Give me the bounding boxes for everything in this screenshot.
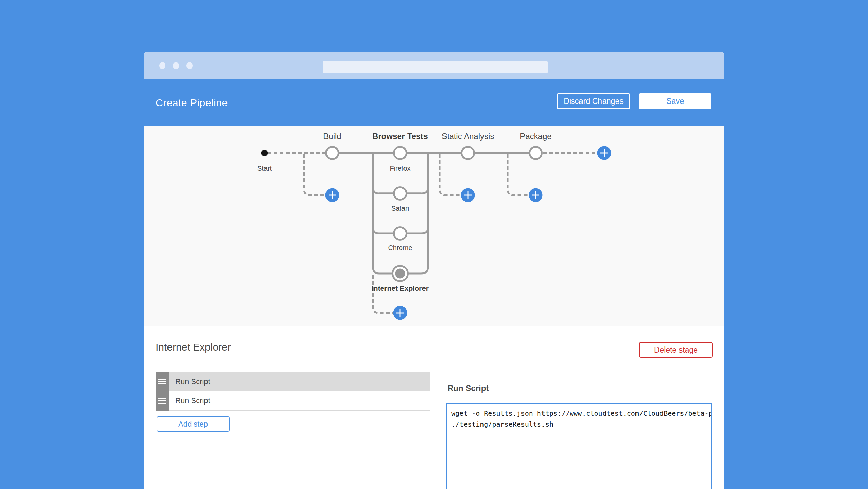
stage-node-package[interactable] xyxy=(530,147,542,159)
stage-label-browser-tests[interactable]: Browser Tests xyxy=(372,132,428,141)
script-line-2: ./testing/parseResults.sh xyxy=(451,419,711,430)
connector-add-stage-3 xyxy=(508,154,529,195)
branch-label-safari[interactable]: Safari xyxy=(391,205,409,212)
connector-add-stage-2 xyxy=(440,154,461,195)
start-node xyxy=(261,150,268,156)
page-title: Create Pipeline xyxy=(156,97,228,109)
add-stage-button-2[interactable] xyxy=(461,188,475,202)
drag-handle[interactable] xyxy=(156,372,169,391)
window-control-dot-1[interactable] xyxy=(159,62,165,69)
drag-handle-icon xyxy=(158,397,166,405)
pipeline-canvas: Build Browser Tests Static Analysis Pack… xyxy=(144,126,724,326)
script-editor[interactable]: wget -o Results.json https://www.cloudte… xyxy=(446,403,712,489)
drag-handle-icon xyxy=(158,378,166,385)
discard-changes-button[interactable]: Discard Changes xyxy=(557,93,630,109)
stage-label-build[interactable]: Build xyxy=(323,132,341,141)
branch-node-firefox[interactable] xyxy=(394,147,407,159)
stage-label-static-analysis[interactable]: Static Analysis xyxy=(442,132,494,141)
stage-label-package[interactable]: Package xyxy=(520,132,551,141)
step-row-1[interactable]: Run Script xyxy=(156,372,430,391)
add-step-button[interactable]: Add step xyxy=(157,416,230,432)
panel-divider xyxy=(434,372,434,489)
step-label[interactable]: Run Script xyxy=(169,391,430,411)
branch-node-chrome[interactable] xyxy=(394,227,407,240)
app-header: Create Pipeline xyxy=(144,79,724,126)
address-bar[interactable] xyxy=(323,61,548,73)
branch-label-internet-explorer[interactable]: Internet Explorer xyxy=(372,284,429,292)
branch-label-chrome[interactable]: Chrome xyxy=(388,244,412,251)
step-editor-title: Run Script xyxy=(448,383,489,393)
add-stage-end-button[interactable] xyxy=(597,146,611,160)
stage-editor-panel: Internet Explorer Delete stage Run Scrip… xyxy=(144,326,724,489)
script-line-1: wget -o Results.json https://www.cloudte… xyxy=(451,408,711,419)
branch-label-firefox[interactable]: Firefox xyxy=(390,165,410,172)
step-label[interactable]: Run Script xyxy=(169,372,430,391)
drag-handle[interactable] xyxy=(156,391,169,411)
browser-window: Create Pipeline Discard Changes Save xyxy=(144,52,724,489)
save-button[interactable]: Save xyxy=(639,93,711,109)
stage-editor-title: Internet Explorer xyxy=(156,341,231,353)
branch-node-safari[interactable] xyxy=(394,187,407,200)
window-control-dot-3[interactable] xyxy=(186,62,193,69)
branch-node-internet-explorer-selected[interactable] xyxy=(393,266,408,281)
pipeline-graph: Build Browser Tests Static Analysis Pack… xyxy=(144,126,724,326)
desktop-background: { "header": { "title": "Create Pipeline"… xyxy=(0,0,868,489)
step-row-2[interactable]: Run Script xyxy=(156,391,430,411)
start-label: Start xyxy=(257,165,272,172)
window-control-dot-2[interactable] xyxy=(173,62,179,69)
add-stage-button-3[interactable] xyxy=(529,188,543,202)
delete-stage-button[interactable]: Delete stage xyxy=(639,342,713,358)
browser-chrome-bar xyxy=(144,52,724,79)
step-list: Run Script Run Script xyxy=(156,372,430,411)
stage-node-static-analysis[interactable] xyxy=(462,147,474,159)
add-stage-button-1[interactable] xyxy=(326,188,339,202)
connector-add-parallel xyxy=(373,275,393,313)
stage-node-build[interactable] xyxy=(326,147,339,159)
connector-add-stage-1 xyxy=(304,154,325,195)
add-parallel-button[interactable] xyxy=(393,306,407,320)
